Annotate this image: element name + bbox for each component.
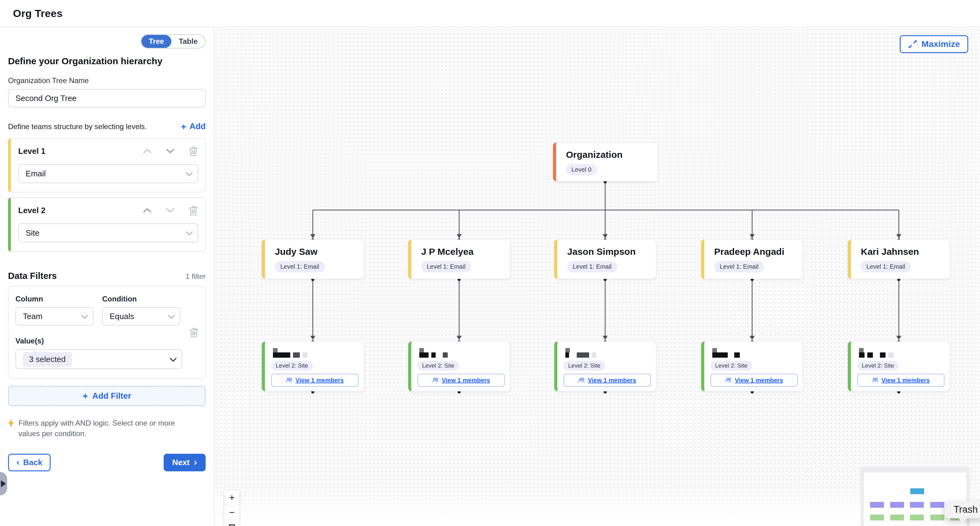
level1-node[interactable]: Pradeep Angadi Level 1: Email	[701, 239, 803, 279]
selected-count-chip: 3 selected	[23, 352, 72, 367]
values-select[interactable]: 3 selected	[16, 349, 182, 369]
add-level-button[interactable]: + Add	[181, 122, 206, 131]
minimap-node-level1	[890, 502, 904, 508]
level1-node[interactable]: J P Mcelyea Level 1: Email	[408, 239, 510, 279]
view-members-button[interactable]: View 1 members	[271, 374, 358, 387]
add-filter-button[interactable]: + Add Filter	[8, 386, 206, 406]
fit-view-icon	[229, 524, 235, 526]
view-members-button[interactable]: View 1 members	[563, 374, 651, 387]
tree-name-input[interactable]	[8, 89, 206, 107]
redacted-name	[859, 348, 945, 358]
view-members-label: View 1 members	[881, 377, 930, 384]
view-members-button[interactable]: View 1 members	[417, 374, 505, 387]
minimap-node-level2	[930, 515, 944, 520]
level-card-2: Level 2 Site	[8, 198, 206, 252]
top-bar: Org Trees	[0, 0, 980, 27]
level1-node[interactable]: Judy Saw Level 1: Email	[262, 239, 364, 279]
view-members-label: View 1 members	[442, 377, 490, 384]
view-members-button[interactable]: View 1 members	[710, 374, 798, 387]
trash-tooltip: Trash	[945, 501, 980, 518]
filter-card: Column Condition Team Equals Value(s) 3 …	[8, 286, 206, 379]
sidebar-collapse-toggle[interactable]	[0, 472, 7, 496]
level-1-label: Level 1	[18, 147, 129, 156]
next-button[interactable]: Next ›	[164, 454, 206, 471]
org-root-node[interactable]: Organization Level 0	[553, 142, 658, 181]
chevron-down-icon	[165, 207, 175, 214]
move-level-1-up-button[interactable]	[143, 148, 152, 154]
zoom-controls: + −	[224, 491, 239, 526]
chevron-up-icon	[143, 207, 152, 214]
delete-level-1-button[interactable]	[188, 145, 198, 156]
level-badge: Level 1: Email	[275, 261, 325, 273]
move-level-1-down-button[interactable]	[165, 148, 175, 154]
plus-icon: +	[181, 122, 186, 131]
level2-node[interactable]: Level 2: Site View 1 members	[262, 341, 364, 391]
data-filters-header-row: Data Filters 1 filter	[8, 271, 206, 281]
level-1-type-value: Email	[25, 169, 46, 179]
condition-value: Equals	[110, 312, 134, 321]
level-1-type-select[interactable]: Email	[18, 164, 198, 183]
level-2-label: Level 2	[18, 206, 129, 215]
people-icon	[286, 378, 293, 383]
move-level-2-down-button[interactable]	[165, 207, 175, 214]
filters-note: Filters apply with AND logic. Select one…	[8, 418, 190, 439]
play-icon	[1, 480, 6, 487]
level-badge: Level 2: Site	[710, 361, 752, 371]
chevron-down-icon	[168, 312, 175, 319]
level2-node[interactable]: Level 2: Site View 1 members	[554, 341, 656, 391]
node-title: J P Mcelyea	[421, 247, 504, 257]
minimap-node-level2	[910, 515, 924, 520]
fit-view-button[interactable]	[224, 520, 239, 526]
redacted-name	[565, 348, 651, 358]
chevron-down-icon	[81, 312, 88, 319]
level-badge: Level 2: Site	[417, 361, 459, 371]
trash-icon	[188, 145, 198, 156]
hierarchy-heading: Define your Organization hierarchy	[8, 56, 206, 66]
view-members-button[interactable]: View 1 members	[857, 374, 945, 387]
level-badge: Level 1: Email	[861, 261, 911, 273]
tab-table[interactable]: Table	[171, 35, 205, 48]
level-badge: Level 1: Email	[421, 261, 471, 273]
level-badge: Level 2: Site	[857, 361, 899, 371]
node-title: Organization	[566, 150, 651, 160]
move-level-2-up-button[interactable]	[143, 207, 152, 214]
zoom-out-button[interactable]: −	[224, 505, 239, 520]
data-filters-heading: Data Filters	[8, 271, 57, 281]
node-title: Judy Saw	[275, 247, 357, 257]
level2-node[interactable]: Level 2: Site View 1 members	[848, 341, 950, 391]
chevron-down-icon	[186, 229, 193, 236]
delete-filter-button[interactable]	[189, 327, 199, 338]
maximize-button[interactable]: Maximize	[900, 35, 969, 53]
condition-select[interactable]: Equals	[102, 307, 180, 325]
column-select[interactable]: Team	[16, 307, 94, 325]
org-tree-canvas[interactable]: Maximize Organization Level 0 Judy Saw L…	[215, 28, 980, 526]
chevron-down-icon	[165, 148, 175, 154]
view-toggle-row: Tree Table	[8, 34, 206, 48]
level2-node[interactable]: Level 2: Site View 1 members	[408, 341, 510, 391]
level-badge: Level 0	[566, 164, 597, 175]
level-1-header: Level 1	[18, 145, 198, 156]
minimap-node-level1	[870, 502, 884, 508]
level2-node[interactable]: Level 2: Site View 1 members	[701, 341, 803, 391]
level-2-type-value: Site	[25, 228, 40, 238]
chevron-left-icon: ‹	[16, 457, 19, 467]
levels-hint: Define teams structure by selecting leve…	[8, 122, 147, 131]
back-button[interactable]: ‹ Back	[8, 454, 51, 471]
minimap-node-root	[910, 488, 924, 494]
levels-header-row: Define teams structure by selecting leve…	[8, 122, 206, 131]
tab-tree[interactable]: Tree	[142, 35, 171, 48]
level-badge: Level 1: Email	[567, 261, 617, 273]
zoom-in-button[interactable]: +	[224, 491, 239, 505]
node-title: Jason Simpson	[567, 247, 650, 257]
delete-level-2-button[interactable]	[188, 205, 198, 216]
people-icon	[725, 378, 732, 383]
minimap-node-level2	[870, 515, 884, 520]
level-2-type-select[interactable]: Site	[18, 223, 198, 242]
trash-icon	[188, 205, 198, 216]
minimap-node-level1	[930, 502, 944, 508]
node-title: Kari Jahnsen	[861, 247, 943, 257]
people-icon	[578, 378, 585, 383]
level1-node[interactable]: Kari Jahnsen Level 1: Email	[848, 239, 950, 279]
trash-icon	[189, 327, 199, 338]
level1-node[interactable]: Jason Simpson Level 1: Email	[554, 239, 656, 279]
